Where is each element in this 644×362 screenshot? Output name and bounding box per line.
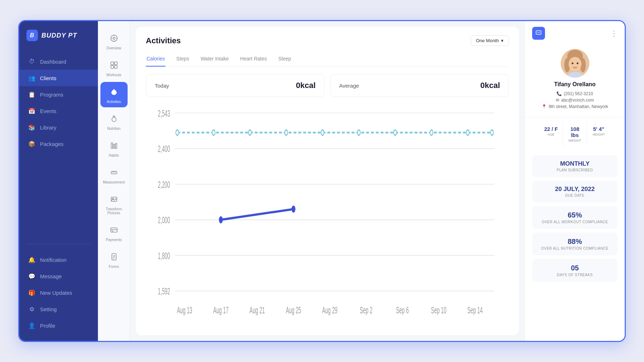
profile-section: Tifany Orellano 📞 (201) 562-3210 ✉ abc@v… [525,45,625,117]
sidebar-item-setting[interactable]: ⚙ Setting [19,301,98,317]
icon-nav-payments[interactable]: Payments [100,220,128,245]
sidebar-item-new-updates[interactable]: 🎁 New Updates [19,284,98,301]
height-value: 5' 4" [590,126,608,132]
icon-nav-label: Habits [109,153,119,157]
plan-value: MONTHLY [538,160,612,167]
svg-text:1,800: 1,800 [158,251,170,261]
activities-panel: Activities One Month ▾ Calories Steps Wa… [136,27,519,335]
sidebar-item-events[interactable]: 📅 Events [19,103,98,119]
sidebar-bottom: 🔔 Notification 💬 Message 🎁 New Updates ⚙… [19,248,98,341]
tab-calories[interactable]: Calories [146,53,165,67]
today-stat-card: Today 0kcal [146,74,325,97]
icon-nav-measurement[interactable]: Measurement [100,162,128,188]
measurement-icon [108,166,120,179]
svg-text:Aug 25: Aug 25 [286,305,301,315]
svg-rect-12 [113,144,115,148]
sidebar-item-profile[interactable]: 👤 Profile [19,317,98,334]
icon-nav-forms[interactable]: Forms [100,247,128,272]
sidebar-item-clients[interactable]: 👥 Clients [19,70,98,86]
streaks-value: 05 [538,264,612,272]
sidebar-item-programs[interactable]: 📋 Programs [19,86,98,103]
icon-nav-label: Forms [109,265,119,269]
svg-point-60 [292,206,296,213]
svg-point-72 [573,67,577,68]
tab-heart-rates[interactable]: Heart Rates [239,53,268,67]
sidebar-item-label: Setting [40,306,57,312]
tab-water-intake[interactable]: Water Intake [200,53,229,67]
svg-text:Sep 14: Sep 14 [467,305,483,315]
nutrition-icon [108,112,120,125]
tab-steps[interactable]: Steps [175,53,190,67]
logo-icon: B [26,30,38,41]
icon-nav-workouts[interactable]: Workouts [100,55,128,80]
svg-point-54 [357,130,360,135]
average-stat-card: Average 0kcal [330,74,509,97]
overview-icon [108,32,120,45]
svg-point-53 [321,130,324,135]
sidebar-item-message[interactable]: 💬 Message [19,268,98,284]
svg-point-55 [394,130,397,135]
sidebar-item-label: Clients [40,75,56,81]
svg-rect-18 [111,197,117,201]
sidebar-item-label: Dashboard [40,59,66,65]
sidebar-item-notification[interactable]: 🔔 Notification [19,251,98,268]
svg-text:Sep 2: Sep 2 [360,305,372,315]
svg-point-64 [539,32,540,33]
workout-compliance-value: 65% [538,211,612,219]
icon-nav-habits[interactable]: Habits [100,136,128,161]
due-date-label: DUE DATE [538,194,612,197]
sidebar-item-packages[interactable]: 📦 Packages [19,136,98,152]
icon-nav-nutrition[interactable]: Nutrition [100,109,128,134]
icon-nav-label: Transform Pictures [103,207,125,215]
svg-point-62 [537,32,538,33]
workout-compliance-card: 65% OVER ALL WORKOUT COMPLIANCE [532,206,618,229]
profile-icon: 👤 [28,322,36,329]
activity-tabs: Calories Steps Water Intake Heart Rates … [146,53,509,67]
more-options-button[interactable]: ⋮ [610,29,618,38]
tab-sleep[interactable]: Sleep [278,53,292,67]
age-label: AGE [542,133,560,136]
setting-icon: ⚙ [28,305,36,313]
svg-text:2,200: 2,200 [158,180,170,190]
svg-text:Aug 17: Aug 17 [213,305,229,315]
icon-nav-activities[interactable]: Activities [100,82,128,107]
avatar [561,49,589,78]
weight-value: 108 lbs [566,126,584,138]
time-filter-dropdown[interactable]: One Month ▾ [471,35,509,46]
svg-point-59 [219,216,223,223]
icon-nav-transform-pictures[interactable]: Transform Pictures [100,189,128,219]
sidebar-item-label: Packages [40,141,64,147]
sidebar-item-dashboard[interactable]: ⏱ Dashboard [19,53,98,70]
profile-phone: 📞 (201) 562-3210 [556,91,593,96]
new-updates-icon: 🎁 [28,289,36,297]
svg-text:1,592: 1,592 [158,287,170,296]
due-date-card: 20 JULY, 2022 DUE DATE [532,181,618,202]
sidebar-item-label: Notification [40,257,66,263]
transform-pictures-icon [108,193,120,206]
plan-card: MONTHLY PLAN SUBSCRIBED [532,155,618,177]
activities-title: Activities [146,36,181,45]
payments-icon [108,224,120,236]
events-icon: 📅 [28,107,36,115]
sidebar: B BUDDY PT ⏱ Dashboard 👥 Clients 📋 Progr… [19,21,98,341]
clients-icon: 👥 [28,74,36,82]
icon-nav-label: Payments [106,238,122,242]
nutrition-compliance-label: OVER ALL NUTRITION COMPLIANCE [538,246,612,250]
svg-rect-7 [114,62,117,65]
svg-text:Sep 10: Sep 10 [431,305,446,315]
svg-text:Aug 21: Aug 21 [249,305,265,315]
habits-icon [108,139,120,152]
svg-text:Aug 13: Aug 13 [177,305,192,315]
today-label: Today [155,83,169,89]
svg-point-71 [576,63,578,64]
right-panel-header: ⋮ [525,21,625,45]
svg-rect-20 [111,228,117,232]
sidebar-item-library[interactable]: 📚 Library [19,119,98,136]
svg-rect-6 [111,62,114,65]
svg-point-1 [113,37,115,39]
sidebar-item-label: New Updates [40,290,72,296]
svg-point-70 [571,63,573,64]
chat-button[interactable] [532,27,545,40]
icon-nav-overview[interactable]: Overview [100,28,128,54]
app-name: BUDDY PT [41,32,77,39]
